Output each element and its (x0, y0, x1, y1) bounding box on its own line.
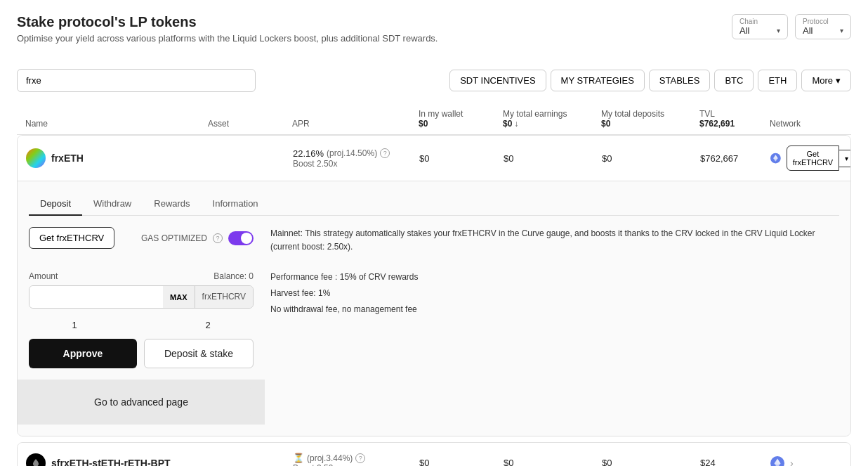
sfrx-network: › (770, 456, 851, 467)
sfrx-tvl: $24 (700, 458, 770, 466)
frxeth-label: frxETH (51, 153, 84, 164)
chain-dropdown[interactable]: Chain All ▾ (732, 14, 788, 39)
approve-button[interactable]: Approve (29, 339, 137, 368)
deposit-content: Get frxETHCRV GAS OPTIMIZED ? Amount Bal… (29, 227, 839, 436)
table-header: Name Asset APR In my wallet $0 My total … (17, 103, 851, 135)
tvl-header: TVL $762,691 (699, 109, 770, 129)
tab-deposit[interactable]: Deposit (29, 193, 82, 216)
get-frxethcrv-button[interactable]: Get frxETHCRV (29, 227, 114, 249)
amount-label: Amount (29, 271, 58, 281)
table-row: frxETH 22.16% (proj.14.50%) ? Boost 2.50… (17, 135, 851, 436)
hourglass-icon: ⏳ (293, 453, 304, 463)
sfrx-in-wallet: $0 (419, 458, 504, 466)
more-label: More (812, 75, 833, 86)
action-buttons: Approve Deposit & stake (29, 339, 254, 368)
tab-withdraw[interactable]: Withdraw (82, 193, 143, 216)
chain-value: All (739, 25, 749, 36)
search-input[interactable] (17, 69, 256, 92)
sfrx-info-icon[interactable]: ? (355, 453, 365, 463)
advanced-page-button[interactable]: Go to advanced page (29, 388, 254, 416)
gas-toggle[interactable] (228, 231, 254, 245)
balance-label: Balance: 0 (213, 271, 254, 281)
info-text2: Performance fee : 15% of CRV rewards (270, 271, 839, 284)
info-text3: Harvest fee: 1% (270, 287, 839, 300)
get-lp-button[interactable]: Get frxETHCRV (787, 145, 839, 171)
table-row: sfrxETH-stETH-rETH-BPT ⏳ (proj.3.44%) ? … (17, 442, 851, 466)
apr-main-value: 22.16% (293, 148, 324, 159)
sfrxeth-label: sfrxETH-stETH-rETH-BPT (51, 458, 171, 467)
page-subtitle: Optimise your yield across various platf… (17, 33, 438, 44)
page-title: Stake protocol's LP tokens (17, 14, 438, 30)
network-cell-frxeth: Get frxETHCRV ▾ (770, 145, 851, 171)
get-lp-button-group: Get frxETHCRV ▾ (787, 145, 851, 171)
chain-chevron-icon: ▾ (777, 27, 780, 34)
amount-row: Amount Balance: 0 (29, 271, 254, 281)
apr-header: APR (292, 119, 419, 129)
sfrx-icon (26, 453, 46, 467)
eth-button[interactable]: ETH (758, 70, 797, 91)
max-button[interactable]: MAX (163, 286, 194, 308)
total-earnings-value: $0 (504, 153, 602, 164)
sfrx-total-deposits: $0 (602, 458, 700, 466)
sfrx-apr-proj: (proj.3.44%) (307, 453, 353, 463)
my-strategies-button[interactable]: MY STRATEGIES (551, 70, 645, 91)
row2-expand-icon[interactable]: › (790, 458, 794, 467)
more-button[interactable]: More ▾ (801, 70, 851, 91)
more-chevron-icon: ▾ (836, 75, 841, 86)
protocol-value: All (803, 25, 813, 36)
protocol-dropdown[interactable]: Protocol All ▾ (795, 14, 851, 39)
frxeth-icon (26, 148, 46, 168)
stables-button[interactable]: STABLES (649, 70, 711, 91)
deposit-right: Mainnet: This strategy automatically sta… (270, 227, 839, 425)
in-wallet-value: $0 (419, 153, 504, 164)
down-arrow-icon: ↓ (514, 119, 518, 129)
expanded-section: Deposit Withdraw Rewards Information Get… (18, 181, 850, 436)
ethereum-icon (770, 151, 781, 165)
info-text4: No withdrawal fee, no management fee (270, 303, 839, 316)
tabs: Deposit Withdraw Rewards Information (29, 193, 839, 216)
gas-row: GAS OPTIMIZED ? (141, 231, 254, 245)
token-label: frxETHCRV (195, 286, 253, 308)
step2-label: 2 (162, 320, 254, 330)
step1-value: 1 (72, 320, 77, 330)
deposit-left: Get frxETHCRV GAS OPTIMIZED ? Amount Bal… (29, 227, 254, 425)
ethereum-icon-2 (770, 456, 784, 467)
sdt-incentives-button[interactable]: SDT INCENTIVES (449, 70, 546, 91)
tab-rewards[interactable]: Rewards (143, 193, 201, 216)
name-header: Name (25, 119, 208, 129)
apr-col-sfrxeth: ⏳ (proj.3.44%) ? Boost 2.50x (293, 453, 419, 466)
steps-container: 1 2 (29, 320, 254, 330)
protocol-chevron-icon: ▾ (840, 27, 843, 34)
tab-information[interactable]: Information (202, 193, 270, 216)
row-main-frxeth: frxETH 22.16% (proj.14.50%) ? Boost 2.50… (18, 136, 850, 181)
apr-info-icon[interactable]: ? (380, 148, 390, 158)
chain-label: Chain (739, 18, 780, 25)
protocol-label: Protocol (803, 18, 843, 25)
deposit-stake-button[interactable]: Deposit & stake (144, 339, 254, 368)
amount-input-row: MAX frxETHCRV (29, 285, 254, 309)
in-wallet-header: In my wallet $0 (419, 109, 503, 129)
row-main-sfrxeth[interactable]: sfrxETH-stETH-rETH-BPT ⏳ (proj.3.44%) ? … (18, 443, 850, 466)
network-header: Network (770, 119, 854, 129)
sfrx-boost: Boost 2.50x (293, 463, 419, 466)
total-deposits-value: $0 (602, 153, 700, 164)
total-earnings-header: My total earnings $0 ↓ (503, 109, 601, 129)
info-text1: Mainnet: This strategy automatically sta… (270, 227, 839, 254)
sfrx-total-earnings: $0 (504, 458, 602, 466)
step1-label: 1 (29, 320, 120, 330)
tvl-value: $762,667 (700, 153, 770, 164)
toggle-thumb (241, 233, 252, 244)
amount-input[interactable] (29, 286, 163, 308)
asset-name-frxeth: frxETH (26, 148, 209, 168)
asset-header: Asset (208, 119, 292, 129)
gas-label: GAS OPTIMIZED (141, 233, 207, 243)
apr-proj-value: (proj.14.50%) (327, 148, 377, 158)
step2-value: 2 (205, 320, 210, 330)
asset-name-sfrxeth: sfrxETH-stETH-rETH-BPT (26, 453, 209, 467)
apr-col-frxeth: 22.16% (proj.14.50%) ? Boost 2.50x (293, 148, 419, 169)
total-deposits-header: My total deposits $0 (601, 109, 699, 129)
get-lp-dropdown-button[interactable]: ▾ (839, 150, 851, 167)
btc-button[interactable]: BTC (714, 70, 754, 91)
apr-boost-value: Boost 2.50x (293, 159, 419, 169)
gas-info-icon[interactable]: ? (213, 233, 223, 243)
